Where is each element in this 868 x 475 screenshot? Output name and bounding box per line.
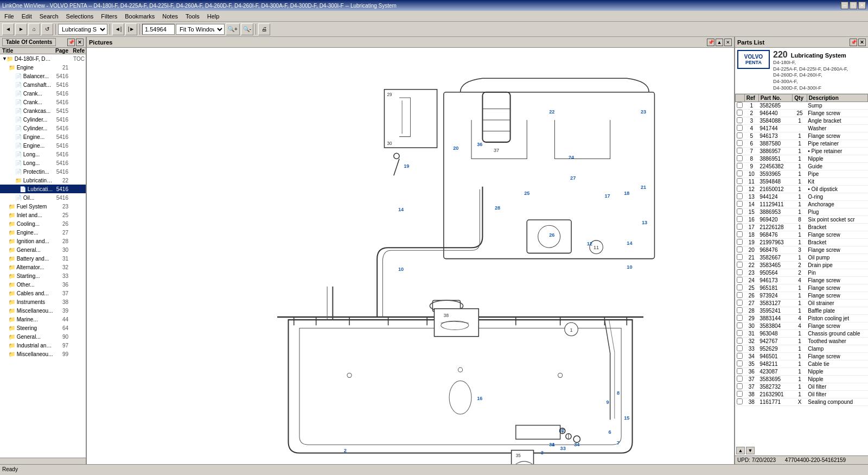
toc-row[interactable]: 📄 Crankcas...5415	[0, 106, 86, 115]
row-checkbox[interactable]	[737, 277, 743, 283]
diagram-pin-button[interactable]: 📌	[707, 39, 714, 46]
row-checkbox[interactable]	[737, 186, 743, 192]
toc-row[interactable]: ►📁 Fuel System23	[0, 202, 86, 211]
toc-row[interactable]: ►📁 Alternator...32	[0, 263, 86, 271]
back-button[interactable]: ◄	[2, 23, 14, 35]
toc-row[interactable]: ►📁 Battery and...31	[0, 254, 86, 263]
menu-item-file[interactable]: File	[1, 12, 17, 21]
row-checkbox[interactable]	[737, 110, 743, 116]
table-row[interactable]: 9224563821Guide	[736, 163, 868, 170]
table-row[interactable]: 4941744Washer	[736, 125, 868, 132]
table-row[interactable]: 738869571• Pipe retainer	[736, 148, 868, 155]
toc-row[interactable]: ►📁 Inlet and...25	[0, 211, 86, 219]
table-row[interactable]: 13582685Sump	[736, 102, 868, 110]
table-row[interactable]: 359482111Cable tie	[736, 360, 868, 368]
toc-pin-button[interactable]: 📌	[67, 39, 75, 46]
nav-down-button[interactable]: ▼	[746, 447, 755, 454]
close-button[interactable]: ✕	[858, 2, 866, 9]
row-checkbox[interactable]	[737, 170, 743, 176]
table-row[interactable]: 319630481Chassis ground cable	[736, 330, 868, 338]
menu-item-help[interactable]: Help	[204, 12, 223, 21]
table-row[interactable]: 1538869531Plug	[736, 208, 868, 216]
maximize-button[interactable]: □	[850, 2, 857, 9]
toc-row[interactable]: 📄 Lubricati...5416	[0, 185, 86, 193]
print-button[interactable]: 🖨	[258, 23, 270, 35]
table-row[interactable]: 329427671Toothed washer	[736, 338, 868, 345]
forward-button[interactable]: ►	[15, 23, 27, 35]
toc-row[interactable]: ►📁 Steering64	[0, 324, 86, 332]
toc-row[interactable]: 📄 Crank...5416	[0, 98, 86, 106]
toc-row[interactable]: ►📁 Miscellaneou...39	[0, 306, 86, 315]
zoom-input[interactable]	[142, 24, 175, 35]
row-checkbox[interactable]	[737, 246, 743, 252]
menu-item-notes[interactable]: Notes	[159, 12, 181, 21]
row-checkbox[interactable]	[737, 292, 743, 298]
row-checkbox[interactable]	[737, 315, 743, 321]
toc-row[interactable]: 📄 Long...5416	[0, 150, 86, 159]
zoom-out-button[interactable]: 🔍-	[241, 23, 253, 35]
fit-dropdown[interactable]: Fit To Window	[176, 24, 225, 35]
row-checkbox[interactable]	[737, 208, 743, 214]
table-row[interactable]: 838869511Nipple	[736, 155, 868, 163]
table-row[interactable]: 349465011Flange screw	[736, 353, 868, 360]
table-row[interactable]: 209684763Flange screw	[736, 246, 868, 254]
toc-row[interactable]: 📄 Engine...5416	[0, 141, 86, 150]
row-checkbox[interactable]	[737, 231, 743, 237]
row-checkbox[interactable]	[737, 391, 743, 397]
toc-row[interactable]: ▼📁 D4-180I-F, D4-...TOC	[0, 54, 86, 63]
row-checkbox[interactable]	[737, 102, 743, 108]
table-row[interactable]: 2835952411Baffle plate	[736, 307, 868, 315]
row-checkbox[interactable]	[737, 353, 743, 359]
table-row[interactable]: 17212261281Bracket	[736, 224, 868, 231]
table-row[interactable]: 19219979631Bracket	[736, 239, 868, 246]
table-row[interactable]: 12216500121• Oil dipstick	[736, 186, 868, 193]
table-row[interactable]: 381161771XSealing compound	[736, 398, 868, 406]
table-row[interactable]: 638875801Pipe retainer	[736, 140, 868, 148]
table-row[interactable]: 14111294111Anchorage	[736, 201, 868, 208]
table-row[interactable]: 2735831271Oil strainer	[736, 300, 868, 307]
toc-row[interactable]: ►📁 Industrial and...97	[0, 341, 86, 350]
row-checkbox[interactable]	[737, 224, 743, 230]
table-row[interactable]: 3735827321Oil filter	[736, 383, 868, 391]
table-row[interactable]: 294644025Flange screw	[736, 110, 868, 117]
next-page-button[interactable]: |►	[125, 23, 137, 35]
toc-row[interactable]: ►📁 Instruments38	[0, 297, 86, 306]
home-button[interactable]: ⌂	[28, 23, 40, 35]
table-row[interactable]: 1135948481Kit	[736, 178, 868, 186]
toc-row[interactable]: ►📁 General...30	[0, 245, 86, 254]
table-row[interactable]: 3735836951Nipple	[736, 376, 868, 383]
parts-close-button[interactable]: ✕	[858, 39, 866, 46]
row-checkbox[interactable]	[737, 178, 743, 184]
menu-item-tools[interactable]: Tools	[182, 12, 203, 21]
toc-row[interactable]: 📄 Camshaft...5416	[0, 80, 86, 89]
toc-tab[interactable]: Table Of Contents	[2, 38, 56, 46]
toc-row[interactable]: 📄 Protectin...5416	[0, 167, 86, 176]
toc-row[interactable]: 📄 Crank...5416	[0, 89, 86, 98]
menu-item-filters[interactable]: Filters	[98, 12, 120, 21]
table-row[interactable]: 169694208Six point socket scr	[736, 216, 868, 224]
row-checkbox[interactable]	[737, 125, 743, 131]
row-checkbox[interactable]	[737, 345, 743, 351]
toc-row[interactable]: ►📁 General...90	[0, 332, 86, 341]
table-row[interactable]: 249461734Flange screw	[736, 277, 868, 284]
row-checkbox[interactable]	[737, 193, 743, 199]
table-row[interactable]: 139441241O-ring	[736, 193, 868, 201]
row-checkbox[interactable]	[737, 330, 743, 336]
row-checkbox[interactable]	[737, 155, 743, 161]
table-row[interactable]: 339526291Clamp	[736, 345, 868, 353]
menu-item-edit[interactable]: Edit	[18, 12, 35, 21]
toc-row[interactable]: 📄 Cylinder...5416	[0, 124, 86, 132]
row-checkbox[interactable]	[737, 163, 743, 169]
diagram-content[interactable]: 37	[87, 48, 734, 464]
section-dropdown[interactable]: Lubricating S	[58, 24, 107, 35]
diagram-tab[interactable]: Pictures	[89, 39, 112, 46]
toc-row[interactable]: 📄 Cylinder...5416	[0, 115, 86, 124]
toc-row[interactable]: 📄 Engine...5416	[0, 132, 86, 141]
toc-scrollbar[interactable]	[0, 458, 86, 464]
toc-row[interactable]: ►📁 Starting...33	[0, 271, 86, 280]
row-checkbox[interactable]	[737, 132, 743, 138]
toc-row[interactable]: 📄 Balancer...5416	[0, 72, 86, 80]
row-checkbox[interactable]	[737, 117, 743, 123]
row-checkbox[interactable]	[737, 140, 743, 146]
toc-row[interactable]: ▼📁 Engine21	[0, 63, 86, 72]
